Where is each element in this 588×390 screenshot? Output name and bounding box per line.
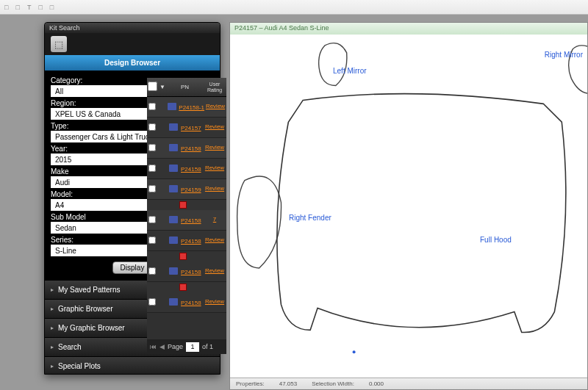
svg-point-0	[353, 350, 356, 353]
home-row: ⬚	[45, 33, 220, 55]
pn-link[interactable]: P24158	[181, 166, 201, 173]
row-extra	[147, 200, 226, 210]
status-selection-label: Selection Width:	[312, 380, 354, 387]
table-row[interactable]: P24158Review	[147, 159, 226, 179]
rating-link[interactable]: Review	[206, 103, 225, 109]
label-right-fender: Right Fender	[289, 214, 331, 222]
table-row[interactable]: P24158Review	[147, 231, 226, 251]
col-rating-header[interactable]: User Rating	[203, 82, 226, 93]
pattern-thumb-icon[interactable]	[169, 123, 178, 131]
row-checkbox[interactable]	[148, 165, 156, 172]
row-checkbox[interactable]	[148, 123, 156, 131]
pn-link[interactable]: P24158	[181, 145, 201, 152]
row-checkbox[interactable]	[148, 216, 156, 223]
table-row[interactable]: P24157Review	[147, 118, 226, 138]
toolbar-icon[interactable]: □	[15, 4, 19, 11]
pager-first-icon[interactable]: ⏮	[150, 343, 157, 350]
label-right-mirror: Right Mirror	[545, 51, 583, 59]
pager-page-input[interactable]	[186, 342, 199, 352]
rating-link[interactable]: Review	[205, 165, 224, 171]
app-toolbar: □ □ T □ □	[0, 0, 588, 15]
pn-link[interactable]: P24158	[181, 300, 201, 306]
rating-link[interactable]: 7	[213, 216, 216, 223]
rating-link[interactable]: Review	[205, 123, 224, 130]
pager: ⏮ ◀ Page of 1	[147, 339, 226, 354]
row-checkbox[interactable]	[148, 144, 156, 151]
pn-link[interactable]: P24158	[181, 238, 201, 245]
pn-link[interactable]: P24158	[181, 217, 201, 224]
label-left-mirror: Left Mirror	[333, 67, 367, 75]
label-full-hood: Full Hood	[480, 236, 512, 244]
table-row[interactable]: P241587	[147, 210, 226, 231]
design-browser-tab[interactable]: Design Browser	[45, 55, 220, 71]
col-sort-header[interactable]: ▼	[157, 84, 168, 90]
row-extra	[147, 251, 226, 261]
results-header: ▼ PN User Rating	[147, 78, 226, 97]
row-checkbox[interactable]	[148, 298, 156, 306]
warning-icon	[179, 201, 187, 209]
rating-link[interactable]: Review	[205, 267, 224, 274]
row-checkbox[interactable]	[148, 236, 156, 244]
rating-link[interactable]: Review	[205, 298, 224, 305]
table-row[interactable]: P24158Review	[147, 292, 226, 313]
warning-icon	[179, 253, 187, 260]
row-checkbox[interactable]	[148, 103, 156, 110]
col-pn-header[interactable]: PN	[179, 84, 203, 90]
table-row[interactable]: P24159Review	[147, 179, 226, 200]
row-extra	[147, 282, 226, 292]
pn-link[interactable]: P24158-1	[179, 104, 204, 111]
pn-link[interactable]: P24158	[181, 269, 201, 275]
panel-title: Kit Search	[45, 23, 220, 33]
pattern-thumb-icon[interactable]	[169, 165, 178, 172]
pattern-thumb-icon[interactable]	[169, 185, 178, 192]
pattern-thumb-icon[interactable]	[168, 103, 176, 110]
viewport-title: P24157 – Audi A4 Sedan S-Line	[230, 23, 587, 35]
table-row[interactable]: P24158-1Review	[147, 97, 226, 118]
pn-link[interactable]: P24159	[181, 187, 201, 193]
col-check-header[interactable]	[147, 82, 157, 93]
pager-page-label: Page	[168, 343, 183, 350]
rating-link[interactable]: Review	[205, 185, 224, 192]
row-checkbox[interactable]	[148, 185, 156, 192]
table-row[interactable]: P24158Review	[147, 138, 226, 159]
toolbar-icon[interactable]: T	[27, 4, 32, 11]
nav-special-plots[interactable]: Special Plots	[45, 356, 220, 375]
status-bar: Properties: 47.053 Selection Width: 0.00…	[230, 378, 587, 389]
pattern-thumb-icon[interactable]	[169, 216, 178, 223]
rating-link[interactable]: Review	[205, 144, 224, 151]
table-row[interactable]: P24158Review	[147, 261, 226, 282]
row-checkbox[interactable]	[148, 267, 156, 275]
results-grid: ▼ PN User Rating P24158-1ReviewP24157Rev…	[147, 78, 226, 354]
pn-link[interactable]: P24157	[181, 125, 201, 131]
home-icon[interactable]: ⬚	[51, 36, 67, 52]
status-selection-value: 0.000	[369, 380, 384, 387]
toolbar-icon[interactable]: □	[50, 4, 54, 11]
status-size-value: 47.053	[279, 380, 297, 387]
pattern-canvas[interactable]	[230, 35, 587, 378]
pager-total: of 1	[202, 343, 213, 350]
design-viewport: P24157 – Audi A4 Sedan S-Line Left Mirro…	[229, 22, 588, 390]
rating-link[interactable]: Review	[205, 236, 224, 243]
pattern-thumb-icon[interactable]	[169, 236, 178, 244]
pattern-thumb-icon[interactable]	[169, 298, 178, 306]
status-properties-label: Properties:	[236, 380, 265, 387]
toolbar-icon[interactable]: □	[4, 4, 8, 11]
select-all-checkbox[interactable]	[148, 82, 157, 91]
pager-prev-icon[interactable]: ◀	[159, 343, 165, 350]
pattern-thumb-icon[interactable]	[169, 267, 178, 275]
toolbar-icon[interactable]: □	[38, 4, 42, 11]
pattern-thumb-icon[interactable]	[169, 144, 178, 151]
warning-icon	[179, 284, 187, 291]
results-rows: P24158-1ReviewP24157ReviewP24158ReviewP2…	[147, 97, 226, 313]
